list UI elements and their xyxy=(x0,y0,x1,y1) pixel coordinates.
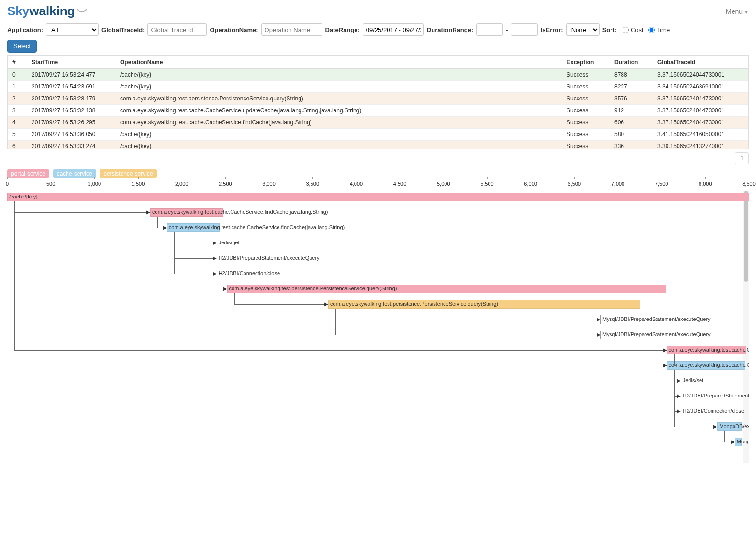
span-label: com.a.eye.skywalking.test.cache.CacheSer… xyxy=(669,362,749,368)
trace-gantt[interactable]: /cache/{key}com.a.eye.skywalking.test.ca… xyxy=(7,191,749,463)
table-cell: 2017/09/27 16:54:23 691 xyxy=(27,81,115,93)
table-row[interactable]: 22017/09/27 16:53:28 179com.a.eye.skywal… xyxy=(8,93,748,105)
table-cell: 580 xyxy=(610,129,653,141)
table-cell: 336 xyxy=(610,141,653,150)
legend: portal-service cache-service persistence… xyxy=(0,167,756,179)
table-cell: 0 xyxy=(8,69,27,81)
span-bar[interactable] xyxy=(681,407,682,416)
axis-tick-label: 1,000 xyxy=(88,181,101,187)
table-cell: 8227 xyxy=(610,81,653,93)
span-label: com.a.eye.skywalking.test.cache.CacheSer… xyxy=(169,224,345,230)
gantt-scrollbar[interactable] xyxy=(743,191,749,463)
table-cell: 5 xyxy=(8,129,27,141)
col-gt[interactable]: GlobalTraceId xyxy=(653,56,748,69)
axis-tick-label: 7,500 xyxy=(655,181,668,187)
table-cell: 2 xyxy=(8,93,27,105)
col-op[interactable]: OperationName xyxy=(115,56,562,69)
span-label: Mysql/JDBI/PreparedStatement/executeQuer… xyxy=(602,331,711,337)
table-cell: 1 xyxy=(8,81,27,93)
gantt-scroll-thumb[interactable] xyxy=(744,191,748,282)
table-row[interactable]: 52017/09/27 16:53:36 050/cache/{key}Succ… xyxy=(8,129,748,141)
axis-tick-label: 2,000 xyxy=(175,181,189,187)
span-bar[interactable] xyxy=(7,193,749,201)
table-row[interactable]: 02017/09/27 16:53:24 477/cache/{key}Succ… xyxy=(8,69,748,81)
application-select[interactable]: All xyxy=(46,23,99,36)
span-bar[interactable] xyxy=(681,392,682,400)
legend-persist: persistence-service xyxy=(100,169,156,178)
col-start[interactable]: StartTime xyxy=(27,56,115,69)
daterange-input[interactable] xyxy=(363,23,424,36)
arrow-icon: ▶ xyxy=(213,256,217,261)
col-ex[interactable]: Exception xyxy=(562,56,610,69)
arrow-icon: ▶ xyxy=(677,378,681,383)
table-cell: 3 xyxy=(8,105,27,117)
arrow-icon: ▶ xyxy=(713,424,717,429)
legend-portal: portal-service xyxy=(7,169,49,178)
span-label: H2/JDBI/PreparedStatement/executeUpdate xyxy=(683,393,749,398)
menu-dropdown[interactable]: Menu▼ xyxy=(726,8,749,15)
arrow-icon: ▶ xyxy=(677,394,681,398)
axis-tick-label: 0 xyxy=(6,181,9,187)
axis-tick-label: 3,500 xyxy=(306,181,319,187)
page-1-button[interactable]: 1 xyxy=(735,152,749,164)
col-du[interactable]: Duration xyxy=(610,56,653,69)
table-cell: Success xyxy=(562,117,610,129)
axis-tick-label: 5,000 xyxy=(437,181,450,187)
table-cell: 2017/09/27 16:53:36 050 xyxy=(27,129,115,141)
durationrange-min-input[interactable] xyxy=(476,23,503,36)
iserror-select[interactable]: None xyxy=(566,23,600,36)
span-label: H2/JDBI/PreparedStatement/executeQuery xyxy=(219,255,320,261)
span-bar[interactable] xyxy=(681,376,682,385)
span-label: H2/JDBI/Connection/close xyxy=(683,408,744,414)
arrow-icon: ▶ xyxy=(663,348,667,353)
trace-table: # StartTime OperationName Exception Dura… xyxy=(8,56,748,149)
application-label: Application: xyxy=(7,26,43,33)
table-cell: 2017/09/27 16:53:24 477 xyxy=(27,69,115,81)
axis-tick-label: 500 xyxy=(46,181,55,187)
select-button[interactable]: Select xyxy=(7,40,37,53)
arrow-icon: ▶ xyxy=(597,317,600,322)
span-bar[interactable] xyxy=(600,315,602,324)
filter-bar: Application: All GlobalTraceId: Operatio… xyxy=(0,21,756,40)
operationname-label: OperationName: xyxy=(210,26,258,33)
arrow-icon: ▶ xyxy=(324,302,328,307)
table-row[interactable]: 62017/09/27 16:53:33 274/cache/{key}Succ… xyxy=(8,141,748,150)
span-label: Jedis/get xyxy=(219,240,240,245)
arrow-icon: ▶ xyxy=(213,271,217,276)
logo-walking: walking xyxy=(29,4,75,19)
col-idx[interactable]: # xyxy=(8,56,27,69)
sort-cost-radio[interactable] xyxy=(623,27,629,33)
table-row[interactable]: 32017/09/27 16:53:32 138com.a.eye.skywal… xyxy=(8,105,748,117)
arrow-icon: ▶ xyxy=(213,241,217,245)
durationrange-max-input[interactable] xyxy=(511,23,538,36)
span-label: H2/JDBI/Connection/close xyxy=(219,270,280,276)
table-header-row: # StartTime OperationName Exception Dura… xyxy=(8,56,748,69)
axis-tick-label: 5,500 xyxy=(480,181,494,187)
logo[interactable]: Skywalking xyxy=(7,4,88,19)
table-cell: com.a.eye.skywalking.test.cache.CacheSer… xyxy=(115,105,562,117)
arrow-icon: ▶ xyxy=(223,287,227,291)
span-bar[interactable] xyxy=(600,331,602,339)
sort-label: Sort: xyxy=(602,26,617,33)
axis-tick-label: 1,500 xyxy=(132,181,145,187)
table-cell: /cache/{key} xyxy=(115,141,562,150)
table-cell: 2017/09/27 16:53:26 295 xyxy=(27,117,115,129)
table-row[interactable]: 12017/09/27 16:54:23 691/cache/{key}Succ… xyxy=(8,81,748,93)
table-cell: /cache/{key} xyxy=(115,81,562,93)
table-cell: /cache/{key} xyxy=(115,129,562,141)
durationrange-sep: - xyxy=(506,26,508,33)
span-label: MongoDB/execute xyxy=(737,439,749,444)
arrow-icon: ▶ xyxy=(146,210,150,215)
table-cell: 3.37.15065024044730001 xyxy=(653,93,748,105)
table-cell: 912 xyxy=(610,105,653,117)
globaltraceid-input[interactable] xyxy=(147,23,207,36)
sort-time-radio[interactable] xyxy=(648,27,655,33)
operationname-input[interactable] xyxy=(261,23,322,36)
arrow-icon: ▶ xyxy=(677,409,681,414)
table-cell: Success xyxy=(562,129,610,141)
pager: 1 xyxy=(0,149,756,167)
table-cell: Success xyxy=(562,81,610,93)
table-row[interactable]: 42017/09/27 16:53:26 295com.a.eye.skywal… xyxy=(8,117,748,129)
axis-tick-label: 4,000 xyxy=(350,181,363,187)
table-cell: com.a.eye.skywalking.test.cache.CacheSer… xyxy=(115,117,562,129)
